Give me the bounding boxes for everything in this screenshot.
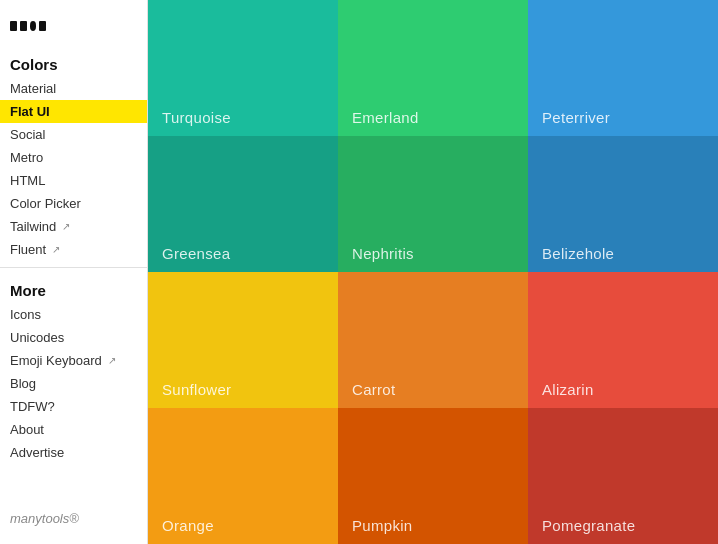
sidebar-item-material[interactable]: Material	[0, 77, 147, 100]
sidebar-item-metro[interactable]: Metro	[0, 146, 147, 169]
arrow-icon: ↗	[62, 221, 70, 232]
color-label: Pomegranate	[542, 517, 635, 534]
color-cell-alizarin[interactable]: Alizarin	[528, 272, 718, 408]
divider-1	[0, 267, 147, 268]
color-cell-carrot[interactable]: Carrot	[338, 272, 528, 408]
color-cell-emerland[interactable]: Emerland	[338, 0, 528, 136]
color-cell-orange[interactable]: Orange	[148, 408, 338, 544]
sidebar-item-html[interactable]: HTML	[0, 169, 147, 192]
color-label: Emerland	[352, 109, 419, 126]
sidebar-item-unicodes[interactable]: Unicodes	[0, 326, 147, 349]
color-label: Turquoise	[162, 109, 231, 126]
sidebar-item-advertise[interactable]: Advertise	[0, 441, 147, 464]
sidebar-item-social[interactable]: Social	[0, 123, 147, 146]
color-cell-peterriver[interactable]: Peterriver	[528, 0, 718, 136]
color-cell-belizehole[interactable]: Belizehole	[528, 136, 718, 272]
arrow-icon: ↗	[52, 244, 60, 255]
color-label: Pumpkin	[352, 517, 412, 534]
logo-square3	[39, 21, 46, 31]
sidebar-item-emoji-keyboard[interactable]: Emoji Keyboard↗	[0, 349, 147, 372]
sidebar-item-color-picker[interactable]: Color Picker	[0, 192, 147, 215]
sidebar: Colors MaterialFlat UISocialMetroHTMLCol…	[0, 0, 148, 544]
color-label: Nephritis	[352, 245, 414, 262]
logo-area	[0, 8, 147, 48]
color-cell-sunflower[interactable]: Sunflower	[148, 272, 338, 408]
color-cell-greensea[interactable]: Greensea	[148, 136, 338, 272]
color-cell-pomegranate[interactable]: Pomegranate	[528, 408, 718, 544]
logo-square2	[20, 21, 27, 31]
sidebar-item-tailwind[interactable]: Tailwind↗	[0, 215, 147, 238]
more-nav: IconsUnicodesEmoji Keyboard↗BlogTDFW?Abo…	[0, 303, 147, 464]
logo-icon	[10, 14, 46, 38]
logo-square	[10, 21, 17, 31]
more-section-header: More	[0, 274, 147, 303]
color-label: Belizehole	[542, 245, 614, 262]
color-cell-nephritis[interactable]: Nephritis	[338, 136, 528, 272]
manytools-logo: manytools®	[0, 501, 147, 536]
sidebar-item-icons[interactable]: Icons	[0, 303, 147, 326]
sidebar-item-blog[interactable]: Blog	[0, 372, 147, 395]
color-label: Carrot	[352, 381, 395, 398]
color-cell-pumpkin[interactable]: Pumpkin	[338, 408, 528, 544]
sidebar-item-fluent[interactable]: Fluent↗	[0, 238, 147, 261]
colors-section-header: Colors	[0, 48, 147, 77]
logo-circle	[30, 21, 37, 31]
color-label: Orange	[162, 517, 214, 534]
sidebar-item-about[interactable]: About	[0, 418, 147, 441]
color-cell-turquoise[interactable]: Turquoise	[148, 0, 338, 136]
colors-nav: MaterialFlat UISocialMetroHTMLColor Pick…	[0, 77, 147, 261]
color-label: Alizarin	[542, 381, 594, 398]
color-grid: TurquoiseEmerlandPeterriverGreenseaNephr…	[148, 0, 718, 544]
color-label: Greensea	[162, 245, 230, 262]
sidebar-item-flat-ui[interactable]: Flat UI	[0, 100, 147, 123]
arrow-icon: ↗	[108, 355, 116, 366]
sidebar-item-tdfw?[interactable]: TDFW?	[0, 395, 147, 418]
color-label: Sunflower	[162, 381, 231, 398]
color-label: Peterriver	[542, 109, 610, 126]
